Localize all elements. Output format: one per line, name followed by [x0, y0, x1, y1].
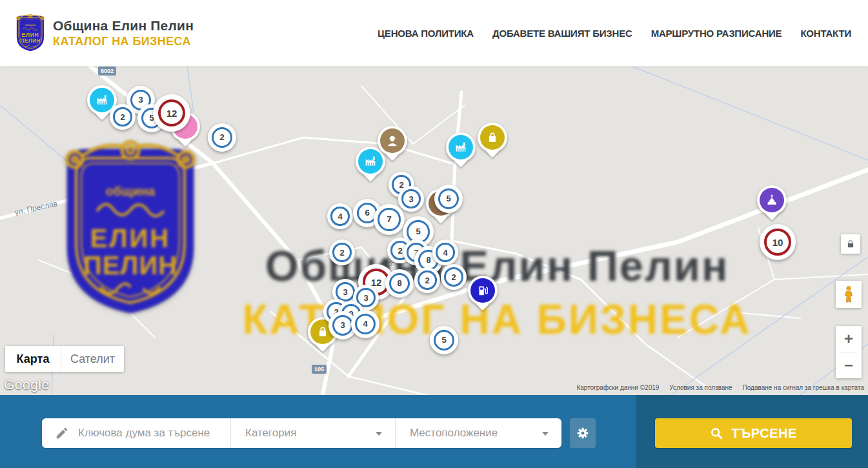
cluster-count: 4	[330, 207, 350, 226]
cluster-count: 2	[418, 270, 437, 290]
cluster-count: 12	[158, 99, 186, 127]
site-subtitle: КАТАЛОГ НА БИЗНЕСА	[53, 35, 194, 48]
zoom-control: + −	[836, 326, 862, 378]
cluster-count: 4	[355, 314, 376, 335]
factory-pin[interactable]	[446, 132, 476, 162]
search-button[interactable]: ТЪРСЕНЕ	[655, 418, 852, 448]
cluster-marker[interactable]: 2	[414, 267, 440, 293]
worker-pin[interactable]	[378, 126, 407, 156]
pegman-icon	[840, 285, 857, 304]
category-select[interactable]: Категория	[230, 418, 395, 448]
chevron-down-icon	[376, 432, 382, 436]
shopping-bag-icon	[316, 325, 330, 339]
shopping-bag-icon	[485, 130, 500, 145]
cluster-marker[interactable]: 12	[153, 94, 190, 132]
cluster-marker[interactable]: 3	[398, 186, 424, 212]
advanced-settings-button[interactable]	[570, 418, 596, 448]
site-title: Община Елин Пелин	[53, 18, 194, 34]
fuel-pump-icon	[476, 283, 490, 298]
svg-text:ЕЛИН: ЕЛИН	[22, 32, 39, 38]
church-icon	[765, 193, 779, 207]
cluster-count: 2	[332, 243, 352, 262]
cluster-count: 8	[389, 273, 410, 294]
map-view-button[interactable]: Карта	[5, 346, 61, 372]
google-logo[interactable]: Google	[4, 377, 50, 392]
site-logo[interactable]: община ЕЛИН ПЕЛИН Община Елин Пелин КАТА…	[0, 14, 194, 53]
cluster-marker[interactable]: 4	[351, 310, 379, 338]
cluster-marker[interactable]: 8	[385, 269, 414, 298]
cluster-marker[interactable]: 2	[441, 264, 467, 290]
zoom-in-button[interactable]: +	[836, 326, 862, 352]
cluster-count: 7	[378, 208, 401, 231]
zoom-out-button[interactable]: −	[836, 352, 862, 378]
keyword-search-input[interactable]	[42, 418, 230, 448]
cluster-count: 3	[332, 315, 354, 336]
search-bar: Категория Местоположение ТЪРСЕНЕ	[0, 395, 868, 468]
pencil-icon	[55, 426, 69, 443]
cluster-count: 2	[444, 267, 463, 287]
chevron-down-icon	[542, 432, 549, 436]
fuel-pin[interactable]	[468, 276, 498, 305]
map-canvas[interactable]: ул. Преслав бул. „Новосел 6002 105 общин…	[0, 66, 868, 395]
location-select[interactable]: Местоположение	[395, 418, 561, 448]
lock-icon	[845, 238, 856, 250]
search-icon	[710, 427, 723, 440]
terms-of-use-link[interactable]: Условия за ползване	[669, 384, 732, 391]
satellite-view-button[interactable]: Сателит	[61, 346, 124, 372]
report-map-error-link[interactable]: Подаване на сигнал за грешка в картата	[743, 384, 864, 391]
svg-text:ПЕЛИН: ПЕЛИН	[20, 37, 40, 44]
svg-text:община: община	[25, 23, 36, 26]
gear-icon	[576, 426, 590, 440]
map-type-control: Карта Сателит	[5, 346, 124, 372]
cluster-count: 10	[764, 229, 791, 255]
worker-icon	[385, 134, 399, 148]
map-data-copyright: Картографски данни ©2019	[576, 384, 659, 391]
cluster-marker[interactable]: 5	[430, 326, 458, 354]
nav-route-schedule[interactable]: МАРШРУТНО РАЗПИСАНИЕ	[651, 28, 782, 39]
shopping-bag-pin[interactable]	[478, 123, 507, 152]
church-pin[interactable]	[757, 185, 787, 215]
factory-icon	[454, 140, 468, 154]
marker-layer: 32512223546752278412822333834510	[0, 66, 868, 395]
nav-add-business[interactable]: ДОБАВЕТЕ ВАШИЯТ БИЗНЕС	[492, 28, 632, 39]
cluster-marker[interactable]: 2	[208, 123, 236, 152]
cluster-count: 2	[212, 127, 233, 148]
cluster-marker[interactable]: 4	[327, 203, 353, 229]
factory-icon	[363, 154, 378, 168]
nav-contacts[interactable]: КОНТАКТИ	[800, 28, 851, 39]
nav-pricing-policy[interactable]: ЦЕНОВА ПОЛИТИКА	[378, 28, 474, 39]
lock-control-button[interactable]	[841, 234, 860, 254]
cluster-count: 5	[438, 188, 459, 210]
cluster-marker[interactable]: 10	[760, 224, 796, 260]
cluster-count: 4	[436, 243, 455, 262]
search-fields: Категория Местоположение	[42, 418, 561, 448]
cluster-marker[interactable]: 7	[374, 204, 405, 235]
street-view-pegman-button[interactable]	[836, 281, 862, 308]
keyword-field-wrap	[42, 418, 230, 448]
cluster-count: 5	[434, 330, 455, 351]
cluster-count: 3	[401, 189, 421, 209]
municipality-crest-icon: община ЕЛИН ПЕЛИН	[14, 14, 46, 53]
cluster-marker[interactable]: 2	[110, 104, 136, 130]
cluster-count: 2	[113, 107, 132, 127]
factory-icon	[95, 93, 109, 107]
factory-pin[interactable]	[356, 147, 385, 176]
header: община ЕЛИН ПЕЛИН Община Елин Пелин КАТА…	[0, 0, 868, 66]
cluster-marker[interactable]: 4	[432, 239, 458, 265]
map-attribution: Картографски данни ©2019 Условия за полз…	[576, 384, 864, 391]
cluster-marker[interactable]: 2	[329, 239, 355, 265]
cluster-marker[interactable]: 5	[434, 185, 463, 213]
main-nav: ЦЕНОВА ПОЛИТИКА ДОБАВЕТЕ ВАШИЯТ БИЗНЕС М…	[378, 28, 868, 39]
